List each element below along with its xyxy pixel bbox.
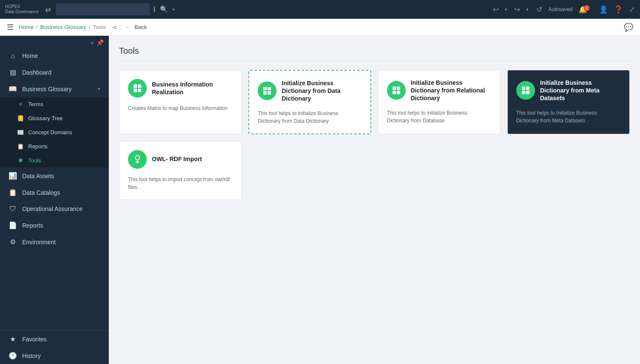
sidebar-label-reports: Reports: [22, 222, 43, 229]
sidebar-item-data-assets[interactable]: 📊 Data Assets: [0, 168, 109, 184]
global-search-input[interactable]: [56, 3, 150, 15]
chat-icon[interactable]: 💬: [624, 23, 633, 32]
breadcrumb-divider: |: [120, 24, 122, 30]
favorites-icon: ★: [9, 335, 17, 343]
breadcrumb-home[interactable]: Home: [19, 24, 34, 30]
tool-card-init-dict-relational[interactable]: Initialize Business Dictionary from Rela…: [378, 70, 500, 134]
tool-card-header-2: Initialize Business Dictionary from Data…: [258, 79, 361, 103]
tool-card-init-dict-data[interactable]: Initialize Business Dictionary from Data…: [248, 70, 371, 134]
sidebar-subitem-reports[interactable]: 📋 Reports: [0, 139, 109, 153]
info-icon[interactable]: ℹ: [153, 6, 156, 13]
svg-rect-14: [522, 91, 525, 94]
sidebar-label-reports-sub: Reports: [28, 143, 48, 150]
sidebar-subitem-tools[interactable]: ✱ Tools: [0, 153, 109, 168]
tool-name-1: Business Information Realization: [152, 81, 233, 96]
sidebar-collapse-row: « 📌: [0, 36, 109, 48]
breadcrumb-bar: ☰ Home / Business Glossary / Tools ⊲ | ←…: [0, 19, 640, 36]
svg-rect-7: [268, 91, 271, 95]
svg-rect-11: [397, 91, 400, 94]
sidebar-item-business-glossary[interactable]: 📖 Business Glossary ▾: [0, 81, 109, 97]
breadcrumb: Home / Business Glossary / Tools ⊲ | ← B…: [19, 24, 147, 31]
sidebar-item-history[interactable]: 🕐 History: [0, 347, 109, 364]
tool-card-header-1: Business Information Realization: [128, 79, 233, 98]
sidebar-item-dashboard[interactable]: ▤ Dashboard: [0, 64, 109, 81]
back-arrow-icon[interactable]: ←: [125, 24, 131, 31]
redo-icon[interactable]: ↪: [514, 5, 520, 14]
sidebar-subitem-terms[interactable]: ≡ Terms: [0, 97, 109, 111]
tool-name-3: Initialize Business Dictionary from Rela…: [411, 79, 492, 102]
tool-card-header-5: OWL- RDF Import: [128, 150, 233, 169]
search-info-icons: ℹ 🔍 ▾: [153, 6, 175, 13]
sidebar-subitem-glossary-tree[interactable]: 📒 Glossary Tree: [0, 111, 109, 125]
sidebar-bottom: ★ Favorites 🕐 History: [0, 330, 109, 364]
content-area: Tools Business Information Realization: [109, 36, 640, 364]
sidebar-item-home[interactable]: ⌂ Home: [0, 48, 109, 64]
dashboard-icon: ▤: [9, 68, 17, 76]
sidebar: « 📌 ⌂ Home ▤ Dashboard 📖 Business Glossa…: [0, 36, 109, 364]
business-glossary-icon: 📖: [9, 85, 17, 93]
user-icon[interactable]: 👤: [599, 5, 608, 14]
search-icon[interactable]: 🔍: [160, 6, 168, 13]
sidebar-item-data-catalogs[interactable]: 📋 Data Catalogs: [0, 184, 109, 201]
tool-desc-5: This tool helps to import concept from o…: [128, 176, 233, 191]
sidebar-item-environment[interactable]: ⚙ Environment: [0, 234, 109, 250]
help-icon[interactable]: ❓: [614, 5, 623, 14]
sidebar-label-glossary-tree: Glossary Tree: [28, 115, 63, 121]
sidebar-pin[interactable]: 📌: [96, 39, 104, 46]
glossary-tree-icon: 📒: [17, 115, 24, 121]
tool-icon-business-information: [128, 79, 147, 98]
sidebar-label-data-assets: Data Assets: [22, 173, 54, 179]
notification-icon[interactable]: 🔔2: [579, 6, 593, 14]
tool-desc-3: This tool helps to initialize Business D…: [387, 109, 492, 124]
data-catalogs-icon: 📋: [9, 188, 17, 196]
redo-dropdown-icon[interactable]: ▾: [526, 7, 529, 12]
tool-desc-4: This tool helps to Initialize Business D…: [516, 109, 621, 124]
page-title: Tools: [119, 46, 630, 61]
sidebar-label-terms: Terms: [28, 101, 43, 107]
tool-card-header-4: Initialize Business Dictionary from Meta…: [516, 79, 621, 102]
sidebar-subitem-concept-domains[interactable]: 📰 Concept Domains: [0, 125, 109, 139]
switch-icon[interactable]: ⇄: [45, 6, 51, 14]
tool-name-4: Initialize Business Dictionary from Meta…: [540, 79, 621, 102]
tool-card-business-information-realization[interactable]: Business Information Realization Creates…: [119, 70, 241, 134]
tools-grid-row1: Business Information Realization Creates…: [119, 70, 630, 134]
svg-rect-15: [526, 91, 529, 94]
app-logo: HOPEX Data Governance: [5, 4, 38, 14]
sidebar-label-environment: Environment: [22, 239, 56, 246]
svg-rect-5: [268, 87, 271, 90]
sidebar-collapse-left[interactable]: «: [90, 39, 94, 46]
reports-icon: 📄: [9, 221, 17, 229]
sidebar-item-operational-assurance[interactable]: 🛡 Operational Assurance: [0, 201, 109, 217]
history-icon: 🕐: [9, 352, 17, 360]
share-icon[interactable]: ⊲: [112, 24, 117, 31]
tool-card-owl-rdf[interactable]: OWL- RDF Import This tool helps to impor…: [119, 141, 241, 200]
back-link[interactable]: Back: [134, 24, 147, 30]
breadcrumb-business-glossary[interactable]: Business Glossary: [40, 24, 86, 30]
tool-name-5: OWL- RDF Import: [152, 155, 202, 163]
search-dropdown-icon[interactable]: ▾: [172, 7, 175, 12]
sidebar-item-favorites[interactable]: ★ Favorites: [0, 331, 109, 347]
undo-icon[interactable]: ↩: [493, 5, 499, 14]
tool-card-init-dict-meta[interactable]: Initialize Business Dictionary from Meta…: [507, 70, 630, 134]
sidebar-label-favorites: Favorites: [22, 336, 47, 343]
svg-rect-0: [134, 84, 137, 88]
expand-icon[interactable]: ⤢: [629, 5, 635, 14]
svg-rect-3: [138, 89, 141, 92]
tool-desc-1: Creates Matrix to map Business Informati…: [128, 104, 233, 112]
svg-rect-4: [263, 87, 267, 90]
breadcrumb-sep-1: /: [36, 24, 38, 30]
hamburger-menu[interactable]: ☰: [7, 23, 14, 32]
app-subtitle: Data Governance: [5, 9, 38, 14]
undo-dropdown-icon[interactable]: ▾: [505, 7, 507, 12]
svg-rect-2: [134, 89, 137, 92]
reports-sub-icon: 📋: [17, 143, 24, 150]
top-nav: HOPEX Data Governance ⇄ ℹ 🔍 ▾ ↩ ▾ ↪ ▾ ↺ …: [0, 0, 640, 19]
svg-rect-8: [393, 87, 396, 90]
refresh-icon[interactable]: ↺: [536, 5, 542, 14]
business-glossary-submenu: ≡ Terms 📒 Glossary Tree 📰 Concept Domain…: [0, 97, 109, 168]
breadcrumb-tools: Tools: [93, 24, 106, 30]
sidebar-item-reports[interactable]: 📄 Reports: [0, 217, 109, 234]
sidebar-label-history: History: [22, 352, 41, 359]
sidebar-label-business-glossary: Business Glossary: [22, 86, 93, 92]
tools-icon: ✱: [17, 157, 24, 164]
